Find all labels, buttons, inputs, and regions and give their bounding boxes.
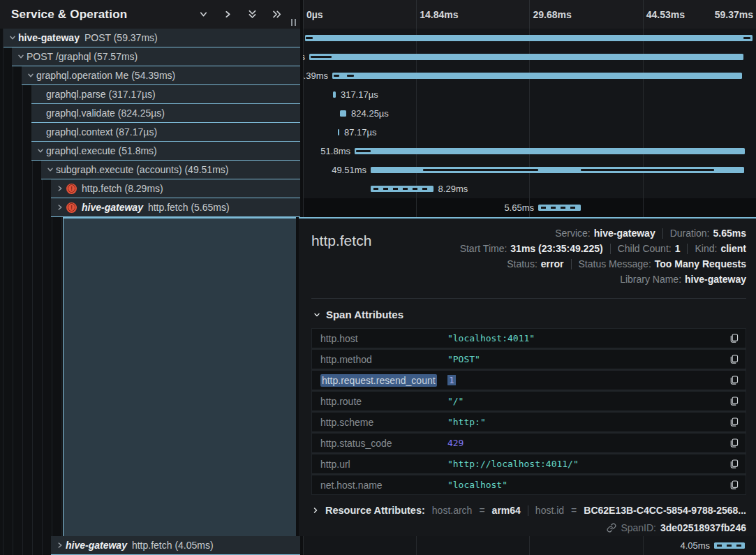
span-row-label[interactable]: POST /graphql (57.57ms) xyxy=(12,47,300,66)
panel-resize-grip[interactable] xyxy=(291,19,296,26)
span-row-label[interactable]: graphql.operation Me (54.39ms) xyxy=(22,66,300,85)
span-duration-bar[interactable] xyxy=(332,73,742,79)
service-operation-header: Service & Operation xyxy=(0,0,300,29)
chevron-down-icon[interactable] xyxy=(25,71,36,80)
span-timeline-cell: 59.37ms xyxy=(303,29,756,47)
attribute-value[interactable]: 429 xyxy=(447,438,725,448)
chevron-right-button[interactable] xyxy=(221,8,234,21)
chevron-down-icon[interactable] xyxy=(45,165,56,175)
copy-button[interactable] xyxy=(725,480,739,490)
span-row-label[interactable]: subgraph.execute (accounts) (49.51ms) xyxy=(41,161,300,179)
span-duration-bar[interactable] xyxy=(538,205,581,211)
copy-icon xyxy=(729,333,739,343)
span-row-label[interactable]: hive-gatewayPOST (59.37ms) xyxy=(3,29,300,47)
span-duration-bar[interactable] xyxy=(305,35,753,41)
attribute-value[interactable]: "localhost:4011" xyxy=(447,333,725,343)
chevron-spacer xyxy=(35,127,46,137)
chevron-down-button[interactable] xyxy=(197,8,209,21)
chevron-down-icon[interactable] xyxy=(7,33,18,43)
equals-sign: = xyxy=(571,505,577,516)
error-icon xyxy=(66,184,77,194)
attribute-value[interactable]: "/" xyxy=(447,396,725,406)
span-row-label[interactable]: graphql.context (87.17µs) xyxy=(31,123,300,142)
span-tree-cell: hive-gatewayhttp.fetch (5.65ms) xyxy=(0,198,300,217)
meta-item: Start Time: 31ms (23:35:49.225) xyxy=(460,243,603,254)
span-rows-bottom: hive-gatewayhttp.fetch (4.05ms) 4.05ms xyxy=(0,536,756,555)
meta-label: Child Count: xyxy=(618,243,672,254)
chevron-right-icon[interactable] xyxy=(54,184,66,193)
attribute-key[interactable]: http.host xyxy=(320,333,447,344)
span-operation-label: graphql.validate (824.25µs) xyxy=(46,108,165,119)
double-chevron-right-button[interactable] xyxy=(270,8,283,21)
bar-duration-label: 87.17µs xyxy=(344,123,377,142)
span-duration-bar[interactable] xyxy=(333,91,336,98)
attribute-value[interactable]: "http://localhost:4011/" xyxy=(447,459,725,469)
attribute-key[interactable]: http.scheme xyxy=(320,417,447,428)
attribute-key[interactable]: http.method xyxy=(320,354,447,365)
attribute-key[interactable]: http.request.resend_count xyxy=(320,375,447,386)
span-duration-bar[interactable] xyxy=(371,186,433,192)
attribute-value[interactable]: "localhost" xyxy=(447,480,725,490)
copy-button[interactable] xyxy=(725,396,739,406)
copy-button[interactable] xyxy=(725,417,739,427)
span-row-label[interactable]: graphql.validate (824.25µs) xyxy=(31,104,300,123)
chevron-down-icon[interactable] xyxy=(35,146,46,156)
span-row-label[interactable]: hive-gatewayhttp.fetch (5.65ms) xyxy=(51,198,300,217)
span-duration-bar[interactable] xyxy=(338,129,339,135)
span-id-value[interactable]: 3de02518937fb246 xyxy=(660,522,746,533)
copy-icon xyxy=(729,375,739,385)
attribute-key[interactable]: http.status_code xyxy=(320,438,447,449)
copy-button[interactable] xyxy=(725,354,739,364)
span-duration-bar[interactable] xyxy=(309,54,743,60)
copy-button[interactable] xyxy=(725,438,739,448)
span-duration-bar[interactable] xyxy=(714,542,745,549)
copy-button[interactable] xyxy=(725,333,739,343)
attribute-value[interactable]: "POST" xyxy=(447,354,725,364)
span-row-label[interactable]: graphql.execute (51.8ms) xyxy=(31,142,300,161)
copy-button[interactable] xyxy=(725,375,739,385)
ruler-tick: 14.84ms xyxy=(416,0,458,29)
span-row: graphql.parse (317.17µs) 317.17µs xyxy=(0,85,756,104)
copy-button[interactable] xyxy=(725,459,739,469)
resource-attribute-value: BC62E13B-C4CC-5854-9788-2568... xyxy=(584,505,746,516)
span-row-label[interactable]: hive-gatewayhttp.fetch (4.05ms) xyxy=(51,536,300,555)
chevron-right-icon xyxy=(56,184,64,193)
resource-attributes-row[interactable]: Resource Attributes: host.arch = arm64 h… xyxy=(311,505,746,516)
chevron-down-icon[interactable] xyxy=(15,52,27,61)
meta-item: Kind: client xyxy=(695,243,746,254)
attribute-key[interactable]: http.route xyxy=(320,396,447,407)
meta-label: Service: xyxy=(555,228,591,239)
span-row: http.fetch (8.29ms) 8.29ms xyxy=(0,179,756,198)
span-operation-label: http.fetch (8.29ms) xyxy=(82,183,163,194)
meta-label: Start Time: xyxy=(460,243,507,254)
meta-value: hive-gateway xyxy=(594,228,655,239)
attribute-value[interactable]: 1 xyxy=(447,375,725,385)
span-service-name: hive-gateway xyxy=(66,540,127,551)
span-row: graphql.execute (51.8ms) 51.8ms xyxy=(0,142,756,161)
bar-duration-label: 57.57ms xyxy=(303,47,305,66)
resource-attribute-key: host.arch xyxy=(432,505,473,516)
double-chevron-down-button[interactable] xyxy=(246,8,258,21)
span-operation-label: http.fetch (4.05ms) xyxy=(132,540,214,551)
span-row: hive-gatewayhttp.fetch (5.65ms) 5.65ms xyxy=(0,198,756,217)
meta-value: 31ms (23:35:49.225) xyxy=(510,243,602,254)
attribute-row: http.method "POST" xyxy=(312,350,746,369)
span-operation-label: subgraph.execute (accounts) (49.51ms) xyxy=(56,164,228,175)
attribute-key[interactable]: http.url xyxy=(320,459,447,470)
attribute-value[interactable]: "http:" xyxy=(447,417,725,427)
span-duration-bar[interactable] xyxy=(355,148,745,154)
chevron-right-icon[interactable] xyxy=(54,540,66,550)
copy-icon xyxy=(729,480,739,490)
span-tree-cell: graphql.validate (824.25µs) xyxy=(0,104,300,123)
span-duration-bar[interactable] xyxy=(340,110,346,117)
span-row-label[interactable]: graphql.parse (317.17µs) xyxy=(31,85,300,104)
timeline-ruler: 0µs14.84ms29.68ms44.53ms59.37ms xyxy=(303,0,756,29)
attribute-key[interactable]: net.host.name xyxy=(320,480,447,491)
span-tree-cell: hive-gatewayhttp.fetch (4.05ms) xyxy=(0,536,300,555)
span-row-label[interactable]: http.fetch (8.29ms) xyxy=(51,179,300,198)
span-timeline-cell: 51.8ms xyxy=(303,142,756,161)
chevron-right-icon[interactable] xyxy=(54,202,66,212)
span-attributes-toggle[interactable]: Span Attributes xyxy=(313,309,746,320)
span-tree-cell: subgraph.execute (accounts) (49.51ms) xyxy=(0,161,300,179)
attribute-row: http.route "/" xyxy=(312,392,746,410)
